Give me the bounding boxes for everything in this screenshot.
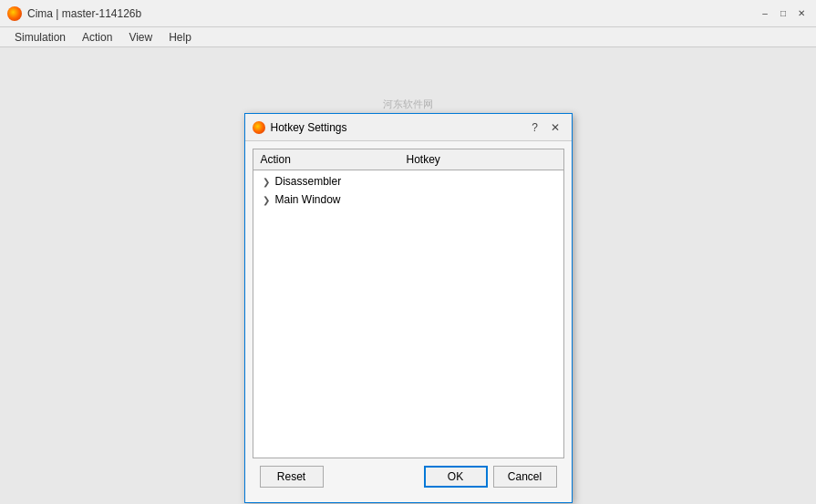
table-header: Action Hotkey <box>253 149 563 170</box>
menu-bar: Simulation Action View Help <box>0 27 816 47</box>
column-action: Action <box>261 153 407 166</box>
main-window-title: Cima | master-114126b <box>27 7 758 20</box>
dialog-logo <box>253 121 265 134</box>
chevron-right-icon: ❯ <box>261 194 272 205</box>
cancel-button[interactable]: Cancel <box>493 466 557 488</box>
table-row[interactable]: ❯ Main Window <box>253 190 563 209</box>
menu-item-simulation[interactable]: Simulation <box>7 29 73 46</box>
dialog-footer: Reset OK Cancel <box>253 466 564 495</box>
dialog-body: Action Hotkey ❯ Disassembler ❯ Main Wind… <box>245 141 572 502</box>
table-row[interactable]: ❯ Disassembler <box>253 172 563 190</box>
app-logo <box>7 6 22 21</box>
menu-item-view[interactable]: View <box>121 29 160 46</box>
reset-button[interactable]: Reset <box>260 466 324 488</box>
table-body: ❯ Disassembler ❯ Main Window <box>253 170 563 211</box>
chevron-right-icon: ❯ <box>261 176 272 187</box>
main-content: 河东软件网 www.pc0359.cn Hotkey Settings ? ✕ <box>0 47 816 504</box>
dialog-close-button[interactable]: ✕ <box>546 118 564 137</box>
dialog-title: Hotkey Settings <box>271 121 526 134</box>
hotkey-settings-dialog: Hotkey Settings ? ✕ Action Hotkey <box>244 113 573 503</box>
dialog-help-button[interactable]: ? <box>526 118 544 137</box>
dialog-overlay: Hotkey Settings ? ✕ Action Hotkey <box>0 95 816 504</box>
main-window-controls: – □ ✕ <box>758 6 809 21</box>
column-hotkey: Hotkey <box>407 153 556 166</box>
row-main-window-label: Main Window <box>275 193 341 206</box>
minimize-button[interactable]: – <box>758 6 772 21</box>
menu-item-help[interactable]: Help <box>161 29 199 46</box>
dialog-controls: ? ✕ <box>526 118 564 137</box>
menu-item-action[interactable]: Action <box>75 29 119 46</box>
dialog-titlebar: Hotkey Settings ? ✕ <box>245 114 572 141</box>
hotkey-table: Action Hotkey ❯ Disassembler ❯ Main Wind… <box>253 149 564 458</box>
main-close-button[interactable]: ✕ <box>794 6 809 21</box>
maximize-button[interactable]: □ <box>776 6 790 21</box>
main-titlebar: Cima | master-114126b – □ ✕ <box>0 0 816 27</box>
ok-button[interactable]: OK <box>424 466 488 488</box>
footer-right-buttons: OK Cancel <box>424 466 557 488</box>
row-disassembler-label: Disassembler <box>275 175 342 188</box>
